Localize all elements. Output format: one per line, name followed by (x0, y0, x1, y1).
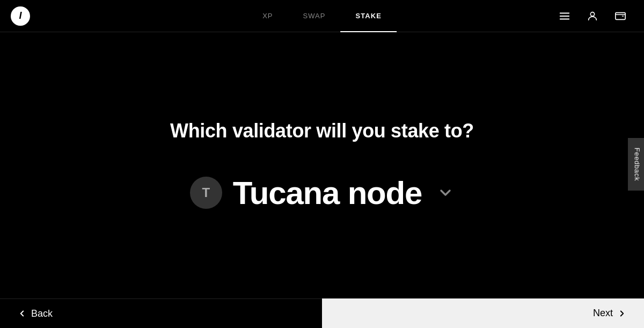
chevron-down-icon (437, 184, 454, 201)
back-button[interactable]: Back (0, 298, 322, 328)
back-label-text: Back (31, 308, 53, 319)
next-label-text: Next (593, 308, 613, 319)
header-left: I (11, 6, 30, 26)
wallet-button[interactable] (608, 3, 633, 29)
nav-item-xp[interactable]: XP (247, 0, 288, 32)
header-right (552, 3, 633, 29)
wallet-icon (614, 10, 626, 22)
user-button[interactable] (580, 3, 605, 29)
validator-avatar: T (190, 177, 222, 209)
menu-icon (559, 10, 570, 22)
nav-item-stake[interactable]: STAKE (341, 0, 397, 32)
menu-button[interactable] (552, 3, 577, 29)
svg-rect-4 (616, 12, 625, 19)
back-button-label: Back (17, 308, 53, 319)
app-header: I XP SWAP STAKE (0, 0, 644, 32)
app-footer: Back Next (0, 298, 644, 328)
validator-name: Tucana node (233, 174, 422, 212)
next-button-label: Next (593, 308, 627, 319)
feedback-label: Feedback (633, 147, 641, 180)
chevron-right-icon (617, 309, 627, 318)
svg-point-3 (590, 12, 594, 16)
main-content: Which validator will you stake to? T Tuc… (0, 32, 644, 298)
logo-button[interactable]: I (11, 6, 30, 26)
next-button[interactable]: Next (322, 298, 644, 328)
logo-letter: I (19, 10, 21, 21)
page-question: Which validator will you stake to? (170, 120, 474, 142)
chevron-left-icon (17, 309, 27, 318)
user-icon (587, 10, 598, 22)
feedback-tab[interactable]: Feedback (627, 137, 644, 190)
main-nav: XP SWAP STAKE (247, 0, 397, 32)
validator-selector[interactable]: T Tucana node (190, 174, 454, 212)
nav-item-swap[interactable]: SWAP (288, 0, 341, 32)
